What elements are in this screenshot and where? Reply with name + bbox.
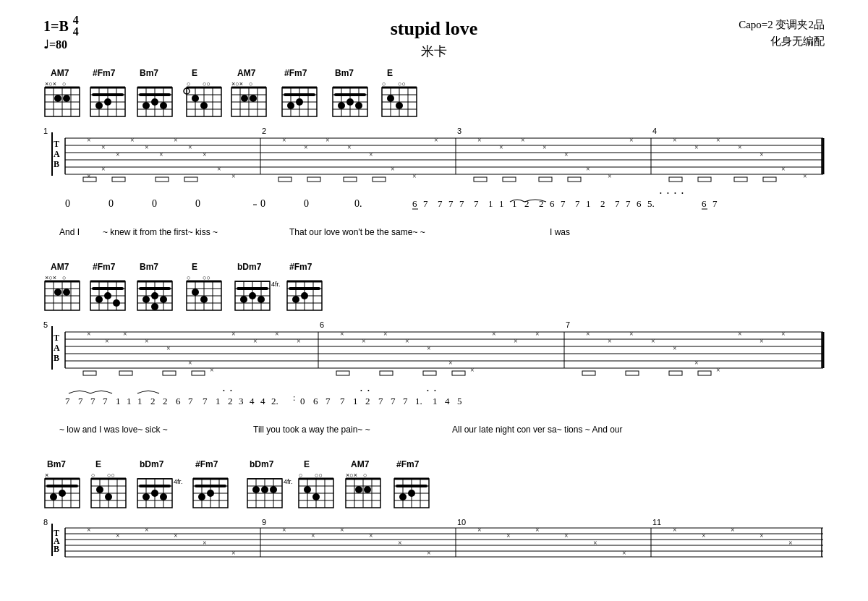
svg-text:T: T <box>54 333 59 343</box>
svg-text:7: 7 <box>103 396 108 406</box>
svg-text:×: × <box>492 330 496 338</box>
lyrics-svg-row1: And I ~ knew it from the first~ kiss ~ T… <box>43 223 825 239</box>
svg-text:#Fm7: #Fm7 <box>195 459 218 469</box>
svg-text:7: 7 <box>65 396 70 406</box>
capo-text: Capo=2 变调夹2品 <box>739 18 825 32</box>
svg-text:×: × <box>105 337 109 345</box>
svg-point-293 <box>301 292 308 299</box>
svg-text:1: 1 <box>586 198 591 209</box>
svg-rect-74 <box>284 93 315 96</box>
section-divider-1 <box>43 248 825 257</box>
svg-point-254 <box>151 303 158 310</box>
svg-text:•: • <box>667 190 669 197</box>
svg-text:×: × <box>275 330 279 338</box>
svg-text:T: T <box>54 139 59 149</box>
svg-text:Bm7: Bm7 <box>47 459 66 469</box>
svg-point-101 <box>387 95 394 102</box>
svg-text:1: 1 <box>116 396 121 406</box>
svg-text:2: 2 <box>600 198 605 209</box>
svg-rect-151 <box>373 177 386 182</box>
svg-text:4fr.: 4fr. <box>284 478 293 485</box>
svg-text:11: 11 <box>652 518 661 527</box>
svg-text:6: 6 <box>313 396 318 406</box>
svg-text:×: × <box>340 526 344 534</box>
svg-text:×: × <box>542 143 547 151</box>
svg-text:B: B <box>54 159 59 169</box>
svg-text:•: • <box>367 388 370 394</box>
svg-text:×: × <box>427 549 431 557</box>
svg-rect-139 <box>184 177 197 182</box>
svg-text:×: × <box>217 165 221 173</box>
lyrics-svg-row2: ~ low and I was love~ sick ~ Till you to… <box>43 421 825 437</box>
svg-rect-431 <box>139 485 171 487</box>
svg-text:•: • <box>660 190 662 197</box>
svg-text:7: 7 <box>78 396 83 406</box>
svg-rect-338 <box>380 371 393 375</box>
svg-text:×: × <box>253 337 258 345</box>
svg-point-252 <box>151 292 158 299</box>
svg-text:E: E <box>95 459 101 469</box>
svg-text:7: 7 <box>391 396 396 406</box>
svg-rect-250 <box>139 287 171 290</box>
svg-text:×: × <box>586 330 590 338</box>
svg-text:~ low  and I was  love~ sick ~: ~ low and I was love~ sick ~ <box>59 425 168 435</box>
svg-rect-340 <box>452 371 465 375</box>
svg-text:×: × <box>702 532 706 540</box>
svg-text:×: × <box>731 526 735 534</box>
svg-text:3: 3 <box>457 127 461 135</box>
svg-rect-174 <box>763 177 776 182</box>
svg-text:×: × <box>760 532 764 540</box>
svg-text:7: 7 <box>561 198 566 209</box>
svg-point-432 <box>142 493 150 500</box>
svg-rect-161 <box>503 177 516 182</box>
svg-text:×: × <box>434 136 438 144</box>
tab-svg-row3: 8 T A B 9 10 11 × × × <box>43 516 825 560</box>
svg-text:×: × <box>593 539 597 547</box>
svg-rect-150 <box>344 177 357 182</box>
svg-text:0: 0 <box>65 198 70 209</box>
svg-text:0: 0 <box>260 198 265 209</box>
svg-text:×: × <box>760 337 764 345</box>
svg-text:7: 7 <box>403 396 408 406</box>
svg-text:7: 7 <box>459 198 464 209</box>
notation-svg-row1: 0 0 0 0 0 0 0. 6 7 7 7 7 7 1 1 1 2 2 6 <box>43 189 825 218</box>
svg-text:1: 1 <box>433 396 438 406</box>
svg-rect-171 <box>669 177 682 182</box>
svg-text:×: × <box>174 136 178 144</box>
svg-point-64 <box>241 95 248 102</box>
svg-text:7: 7 <box>203 396 208 406</box>
svg-text:#Fm7: #Fm7 <box>93 262 116 272</box>
svg-text:A: A <box>54 343 60 353</box>
svg-point-497 <box>399 493 407 500</box>
svg-point-50 <box>200 102 208 109</box>
svg-point-408 <box>59 490 66 497</box>
svg-point-253 <box>160 296 167 303</box>
svg-text:×: × <box>159 150 163 158</box>
svg-text:×: × <box>203 539 207 547</box>
tab-svg-row1: 1 T A B 2 3 4 <box>43 125 825 183</box>
svg-point-23 <box>95 102 103 109</box>
svg-text:AM7: AM7 <box>351 459 370 469</box>
svg-point-278 <box>240 296 247 303</box>
svg-point-240 <box>113 299 120 307</box>
svg-text:×: × <box>145 143 149 151</box>
svg-point-279 <box>249 292 256 299</box>
svg-text:×: × <box>369 532 373 540</box>
svg-text:A: A <box>54 149 60 159</box>
svg-text:×: × <box>477 136 482 144</box>
notation-row1: 0 0 0 0 0 0 0. 6 7 7 7 7 7 1 1 1 2 2 6 <box>43 189 825 221</box>
svg-rect-34 <box>139 93 171 96</box>
svg-point-457 <box>252 486 260 493</box>
svg-point-472 <box>304 486 311 493</box>
svg-text:×: × <box>781 165 786 173</box>
svg-point-485 <box>364 486 371 493</box>
svg-text:×: × <box>694 359 699 367</box>
svg-rect-445 <box>195 485 226 487</box>
section-divider-2 <box>43 446 825 454</box>
svg-text:×: × <box>369 150 373 158</box>
svg-text:#Fm7: #Fm7 <box>284 68 307 78</box>
svg-rect-277 <box>237 287 268 290</box>
chord-diagrams-row2: AM7 ×○× ○ #Fm7 <box>43 261 825 319</box>
svg-point-280 <box>258 296 265 303</box>
svg-point-11 <box>63 95 70 102</box>
